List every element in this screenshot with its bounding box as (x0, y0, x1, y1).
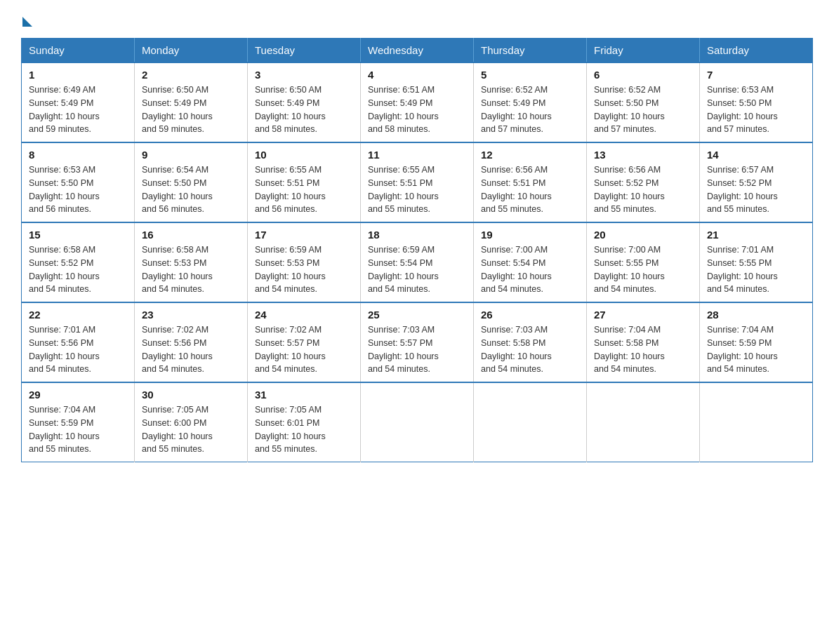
calendar-cell: 27 Sunrise: 7:04 AMSunset: 5:58 PMDaylig… (587, 302, 700, 382)
page-header (21, 14, 813, 24)
calendar-header-saturday: Saturday (700, 39, 813, 63)
calendar-cell: 8 Sunrise: 6:53 AMSunset: 5:50 PMDayligh… (22, 142, 135, 222)
calendar-cell (474, 382, 587, 462)
calendar-header-row: SundayMondayTuesdayWednesdayThursdayFrid… (22, 39, 813, 63)
calendar-cell: 23 Sunrise: 7:02 AMSunset: 5:56 PMDaylig… (135, 302, 248, 382)
day-info: Sunrise: 7:04 AMSunset: 5:59 PMDaylight:… (29, 405, 100, 454)
day-number: 11 (368, 149, 466, 161)
day-info: Sunrise: 6:58 AMSunset: 5:53 PMDaylight:… (142, 245, 213, 294)
calendar-cell (361, 382, 474, 462)
day-number: 28 (707, 309, 805, 321)
day-number: 29 (29, 389, 127, 401)
calendar-cell: 28 Sunrise: 7:04 AMSunset: 5:59 PMDaylig… (700, 302, 813, 382)
day-info: Sunrise: 7:00 AMSunset: 5:55 PMDaylight:… (594, 245, 665, 294)
calendar-header-tuesday: Tuesday (248, 39, 361, 63)
calendar-table: SundayMondayTuesdayWednesdayThursdayFrid… (21, 38, 813, 462)
day-number: 7 (707, 69, 805, 81)
day-info: Sunrise: 6:53 AMSunset: 5:50 PMDaylight:… (29, 165, 100, 214)
day-info: Sunrise: 7:04 AMSunset: 5:59 PMDaylight:… (707, 325, 778, 374)
day-number: 9 (142, 149, 240, 161)
calendar-cell: 5 Sunrise: 6:52 AMSunset: 5:49 PMDayligh… (474, 62, 587, 142)
day-info: Sunrise: 6:50 AMSunset: 5:49 PMDaylight:… (255, 85, 326, 134)
calendar-cell: 10 Sunrise: 6:55 AMSunset: 5:51 PMDaylig… (248, 142, 361, 222)
day-number: 31 (255, 389, 353, 401)
day-info: Sunrise: 6:56 AMSunset: 5:52 PMDaylight:… (594, 165, 665, 214)
day-info: Sunrise: 6:51 AMSunset: 5:49 PMDaylight:… (368, 85, 439, 134)
day-number: 18 (368, 229, 466, 241)
day-number: 1 (29, 69, 127, 81)
calendar-cell: 17 Sunrise: 6:59 AMSunset: 5:53 PMDaylig… (248, 222, 361, 302)
calendar-cell: 9 Sunrise: 6:54 AMSunset: 5:50 PMDayligh… (135, 142, 248, 222)
day-number: 23 (142, 309, 240, 321)
day-info: Sunrise: 7:02 AMSunset: 5:56 PMDaylight:… (142, 325, 213, 374)
day-number: 4 (368, 69, 466, 81)
day-info: Sunrise: 7:05 AMSunset: 6:01 PMDaylight:… (255, 405, 326, 454)
calendar-cell: 18 Sunrise: 6:59 AMSunset: 5:54 PMDaylig… (361, 222, 474, 302)
calendar-week-row: 22 Sunrise: 7:01 AMSunset: 5:56 PMDaylig… (22, 302, 813, 382)
calendar-cell: 22 Sunrise: 7:01 AMSunset: 5:56 PMDaylig… (22, 302, 135, 382)
day-info: Sunrise: 6:52 AMSunset: 5:49 PMDaylight:… (481, 85, 552, 134)
calendar-header-wednesday: Wednesday (361, 39, 474, 63)
calendar-cell: 13 Sunrise: 6:56 AMSunset: 5:52 PMDaylig… (587, 142, 700, 222)
calendar-cell: 19 Sunrise: 7:00 AMSunset: 5:54 PMDaylig… (474, 222, 587, 302)
day-info: Sunrise: 6:52 AMSunset: 5:50 PMDaylight:… (594, 85, 665, 134)
day-number: 21 (707, 229, 805, 241)
day-number: 2 (142, 69, 240, 81)
calendar-cell: 30 Sunrise: 7:05 AMSunset: 6:00 PMDaylig… (135, 382, 248, 462)
day-info: Sunrise: 6:50 AMSunset: 5:49 PMDaylight:… (142, 85, 213, 134)
day-info: Sunrise: 6:49 AMSunset: 5:49 PMDaylight:… (29, 85, 100, 134)
logo-arrow-icon (22, 17, 32, 27)
day-info: Sunrise: 6:57 AMSunset: 5:52 PMDaylight:… (707, 165, 778, 214)
calendar-cell: 26 Sunrise: 7:03 AMSunset: 5:58 PMDaylig… (474, 302, 587, 382)
day-number: 20 (594, 229, 692, 241)
calendar-cell: 4 Sunrise: 6:51 AMSunset: 5:49 PMDayligh… (361, 62, 474, 142)
calendar-cell: 21 Sunrise: 7:01 AMSunset: 5:55 PMDaylig… (700, 222, 813, 302)
day-number: 16 (142, 229, 240, 241)
calendar-cell: 24 Sunrise: 7:02 AMSunset: 5:57 PMDaylig… (248, 302, 361, 382)
calendar-week-row: 15 Sunrise: 6:58 AMSunset: 5:52 PMDaylig… (22, 222, 813, 302)
day-number: 8 (29, 149, 127, 161)
calendar-cell: 2 Sunrise: 6:50 AMSunset: 5:49 PMDayligh… (135, 62, 248, 142)
calendar-cell: 3 Sunrise: 6:50 AMSunset: 5:49 PMDayligh… (248, 62, 361, 142)
calendar-header-sunday: Sunday (22, 39, 135, 63)
day-number: 6 (594, 69, 692, 81)
day-info: Sunrise: 7:00 AMSunset: 5:54 PMDaylight:… (481, 245, 552, 294)
day-info: Sunrise: 6:55 AMSunset: 5:51 PMDaylight:… (368, 165, 439, 214)
day-number: 22 (29, 309, 127, 321)
day-info: Sunrise: 6:54 AMSunset: 5:50 PMDaylight:… (142, 165, 213, 214)
calendar-header-friday: Friday (587, 39, 700, 63)
calendar-body: 1 Sunrise: 6:49 AMSunset: 5:49 PMDayligh… (22, 62, 813, 462)
day-number: 19 (481, 229, 579, 241)
day-number: 24 (255, 309, 353, 321)
calendar-cell (587, 382, 700, 462)
calendar-cell: 11 Sunrise: 6:55 AMSunset: 5:51 PMDaylig… (361, 142, 474, 222)
calendar-cell: 7 Sunrise: 6:53 AMSunset: 5:50 PMDayligh… (700, 62, 813, 142)
day-number: 17 (255, 229, 353, 241)
logo (21, 14, 32, 24)
day-info: Sunrise: 7:04 AMSunset: 5:58 PMDaylight:… (594, 325, 665, 374)
calendar-cell: 25 Sunrise: 7:03 AMSunset: 5:57 PMDaylig… (361, 302, 474, 382)
day-info: Sunrise: 6:58 AMSunset: 5:52 PMDaylight:… (29, 245, 100, 294)
calendar-week-row: 8 Sunrise: 6:53 AMSunset: 5:50 PMDayligh… (22, 142, 813, 222)
day-number: 27 (594, 309, 692, 321)
calendar-header-monday: Monday (135, 39, 248, 63)
day-info: Sunrise: 7:05 AMSunset: 6:00 PMDaylight:… (142, 405, 213, 454)
day-info: Sunrise: 6:59 AMSunset: 5:54 PMDaylight:… (368, 245, 439, 294)
day-info: Sunrise: 6:56 AMSunset: 5:51 PMDaylight:… (481, 165, 552, 214)
calendar-cell: 16 Sunrise: 6:58 AMSunset: 5:53 PMDaylig… (135, 222, 248, 302)
calendar-cell (700, 382, 813, 462)
day-number: 15 (29, 229, 127, 241)
day-number: 30 (142, 389, 240, 401)
calendar-header-thursday: Thursday (474, 39, 587, 63)
day-info: Sunrise: 6:55 AMSunset: 5:51 PMDaylight:… (255, 165, 326, 214)
day-number: 3 (255, 69, 353, 81)
day-number: 26 (481, 309, 579, 321)
day-info: Sunrise: 6:53 AMSunset: 5:50 PMDaylight:… (707, 85, 778, 134)
calendar-cell: 1 Sunrise: 6:49 AMSunset: 5:49 PMDayligh… (22, 62, 135, 142)
day-info: Sunrise: 7:03 AMSunset: 5:58 PMDaylight:… (481, 325, 552, 374)
day-info: Sunrise: 6:59 AMSunset: 5:53 PMDaylight:… (255, 245, 326, 294)
calendar-cell: 12 Sunrise: 6:56 AMSunset: 5:51 PMDaylig… (474, 142, 587, 222)
calendar-week-row: 29 Sunrise: 7:04 AMSunset: 5:59 PMDaylig… (22, 382, 813, 462)
calendar-cell: 14 Sunrise: 6:57 AMSunset: 5:52 PMDaylig… (700, 142, 813, 222)
day-info: Sunrise: 7:01 AMSunset: 5:55 PMDaylight:… (707, 245, 778, 294)
